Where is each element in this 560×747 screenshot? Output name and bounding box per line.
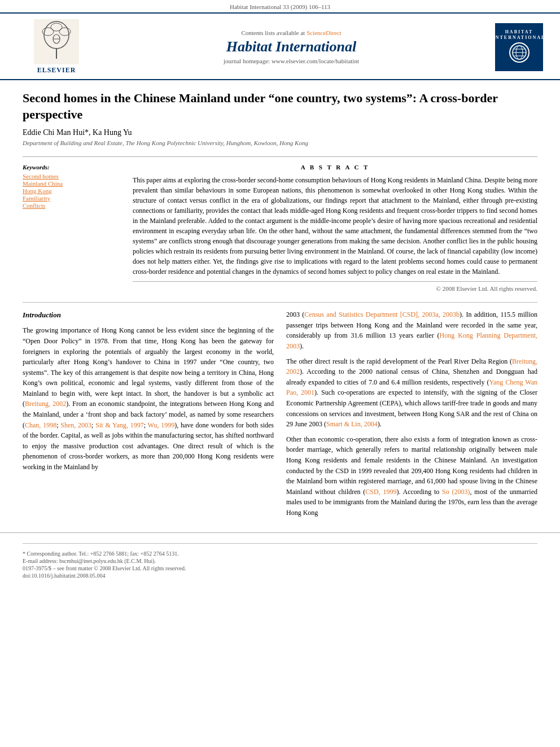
abstract-section: Keywords: Second homes Mainland China Ho… (23, 156, 537, 292)
footer-area: * Corresponding author. Tel.: +852 2766 … (0, 532, 560, 583)
footer-divider (23, 543, 537, 544)
page-wrapper: Habitat International 33 (2009) 106–113 (0, 0, 560, 747)
abstract-text: This paper aims at exploring the cross-b… (133, 175, 537, 277)
issn-line: 0197-3975/$ – see front matter © 2008 El… (23, 565, 537, 571)
globe-icon (511, 45, 527, 60)
sciencedirect-link[interactable]: ScienceDirect (307, 29, 342, 36)
habitat-logo: HABITAT INTERNATIONAL (495, 23, 543, 71)
affiliation-line: Department of Building and Real Estate, … (23, 139, 537, 146)
elsevier-logo: ELSEVIER (34, 19, 79, 75)
body-columns: Introduction The growing importance of H… (23, 309, 537, 522)
keyword-second-homes[interactable]: Second homes (23, 173, 121, 180)
author-line: Eddie Chi Man Hui*, Ka Hung Yu (23, 128, 537, 137)
ref-sit-yang[interactable]: Sit & Yang, 1997 (95, 421, 143, 429)
ref-chan-1998[interactable]: Chan, 1998 (25, 421, 56, 429)
header-area: ELSEVIER Contents lists available at Sci… (0, 12, 560, 80)
keyword-mainland-china[interactable]: Mainland China (23, 180, 121, 187)
contents-label: Contents lists available at (241, 29, 305, 36)
sciencedirect-line: Contents lists available at ScienceDirec… (96, 29, 487, 36)
article-title: Second homes in the Chinese Mainland und… (23, 90, 537, 123)
ref-shen-2003[interactable]: Shen, 2003 (60, 421, 91, 429)
ref-breitung-2002[interactable]: Breitung, 2002 (25, 400, 66, 408)
main-content: Second homes in the Chinese Mainland und… (0, 80, 560, 532)
body-col-left: Introduction The growing importance of H… (23, 309, 274, 522)
right-para-1: 2003 (Census and Statistics Department [… (286, 309, 537, 351)
journal-homepage: journal homepage: www.elsevier.com/locat… (96, 58, 487, 64)
footnote-email-line: E-mail address: bscmhui@inet.polyu.edu.h… (23, 558, 537, 564)
habitat-logo-text: HABITAT INTERNATIONAL (493, 29, 546, 41)
ref-breitung-2002b[interactable]: Breitung, 2002 (286, 357, 537, 376)
ref-so-2003[interactable]: So (2003) (442, 488, 470, 496)
intro-para-1: The growing importance of Hong Kong cann… (23, 325, 274, 472)
abstract-heading: A B S T R A C T (133, 164, 537, 171)
right-para-2: The other direct result is the rapid dev… (286, 356, 537, 430)
journal-title: Habitat International (96, 38, 487, 55)
authors: Eddie Chi Man Hui*, Ka Hung Yu (23, 128, 132, 137)
elsevier-tree-icon (34, 19, 79, 64)
ref-yang-cheng[interactable]: Yang Cheng Wan Pao, 2001 (286, 378, 537, 397)
copyright-line: © 2008 Elsevier Ltd. All rights reserved… (133, 281, 537, 292)
ref-wu-1999[interactable]: Wu, 1999 (148, 421, 175, 429)
keyword-conflicts[interactable]: Conflicts (23, 202, 121, 209)
habitat-logo-area: HABITAT INTERNATIONAL (487, 23, 543, 71)
intro-heading: Introduction (23, 309, 274, 321)
doi-line: doi:10.1016/j.habitatint.2008.05.004 (23, 573, 537, 579)
abstract-col: A B S T R A C T This paper aims at explo… (133, 164, 537, 292)
ref-csd-2003[interactable]: Census and Statistics Department [CSD], … (304, 311, 460, 318)
habitat-logo-line1: HABITAT (493, 29, 546, 35)
right-para-3: Other than economic co-operation, there … (286, 434, 537, 518)
keywords-col: Keywords: Second homes Mainland China Ho… (23, 164, 121, 292)
elsevier-brand-text: ELSEVIER (37, 66, 76, 75)
section-divider (23, 302, 537, 303)
body-col-right: 2003 (Census and Statistics Department [… (286, 309, 537, 522)
ref-hkpd-2003[interactable]: Hong Kong Planning Department, 2003 (286, 331, 537, 350)
habitat-circle-icon (509, 42, 530, 63)
habitat-logo-line2: INTERNATIONAL (493, 35, 546, 41)
header-center: Contents lists available at ScienceDirec… (96, 29, 487, 64)
journal-citation: Habitat International 33 (2009) 106–113 (230, 3, 330, 10)
keywords-heading: Keywords: (23, 164, 121, 171)
ref-smart-lin[interactable]: Smart & Lin, 2004 (326, 420, 378, 428)
keyword-hong-kong[interactable]: Hong Kong (23, 187, 121, 194)
elsevier-logo-area: ELSEVIER (17, 19, 96, 75)
journal-bar: Habitat International 33 (2009) 106–113 (0, 0, 560, 12)
ref-csd-1999[interactable]: CSD, 1999 (365, 488, 396, 496)
keyword-familiarity[interactable]: Familiarity (23, 195, 121, 202)
footnote-star-line: * Corresponding author. Tel.: +852 2766 … (23, 551, 537, 557)
